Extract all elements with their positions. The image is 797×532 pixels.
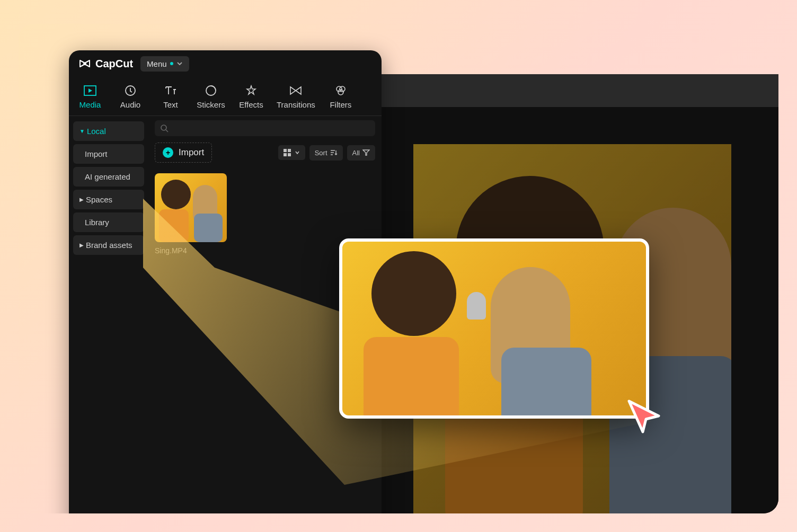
tab-audio[interactable]: Audio (116, 84, 145, 109)
capcut-logo-icon (78, 57, 91, 70)
media-item[interactable]: Sing.MP4 (155, 173, 227, 255)
tab-stickers[interactable]: Stickers (196, 84, 226, 109)
main-area: ▼ Local Import AI generated ▶ Spaces Lib… (69, 116, 382, 513)
import-button[interactable]: + Import (155, 143, 212, 163)
audio-icon (123, 84, 137, 97)
svg-rect-9 (284, 153, 287, 156)
sidebar-item-label: Spaces (86, 195, 112, 204)
expand-arrow-icon: ▶ (79, 197, 84, 202)
tab-filters[interactable]: Filters (326, 84, 356, 109)
tab-label: Effects (239, 100, 263, 109)
media-filename: Sing.MP4 (155, 246, 227, 255)
sidebar-item-label: Import (85, 149, 108, 158)
sort-label: Sort (315, 149, 327, 157)
sidebar-item-label: Brand assets (86, 241, 132, 250)
player-header: Player (334, 74, 778, 107)
thumb-figure (159, 209, 189, 242)
tab-effects[interactable]: Effects (236, 84, 266, 109)
menu-label: Menu (147, 59, 167, 68)
import-label: Import (179, 147, 204, 158)
filter-all-button[interactable]: All (347, 145, 375, 161)
tab-label: Stickers (197, 100, 225, 109)
tab-label: Text (163, 100, 178, 109)
search-icon (160, 124, 169, 132)
tab-label: Transitions (277, 100, 315, 109)
sort-button[interactable]: Sort (309, 145, 343, 161)
title-bar: CapCut Menu (69, 50, 382, 77)
svg-point-5 (338, 90, 343, 95)
filter-icon (362, 149, 370, 156)
dragged-media-preview[interactable] (339, 238, 649, 419)
expand-arrow-icon: ▶ (79, 242, 84, 248)
app-name: CapCut (95, 58, 133, 70)
preview-figure (501, 348, 591, 419)
tab-transitions[interactable]: Transitions (277, 84, 315, 109)
sidebar-item-ai-generated[interactable]: AI generated (73, 167, 144, 187)
expand-arrow-icon: ▼ (79, 128, 85, 134)
stickers-icon (204, 84, 218, 97)
microphone-icon (467, 292, 486, 320)
preview-figure (371, 251, 456, 336)
tab-label: Filters (330, 100, 351, 109)
media-thumbnail[interactable] (155, 173, 227, 242)
sidebar: ▼ Local Import AI generated ▶ Spaces Lib… (69, 116, 148, 513)
sidebar-item-label: AI generated (85, 172, 130, 181)
sidebar-item-import[interactable]: Import (73, 144, 144, 164)
effects-icon (244, 84, 258, 97)
transitions-icon (289, 84, 303, 97)
svg-point-6 (161, 125, 166, 130)
media-toolbar: + Import Sort All (155, 143, 375, 163)
text-icon (164, 84, 178, 97)
sidebar-item-label: Local (87, 127, 106, 136)
all-label: All (352, 149, 360, 157)
app-logo[interactable]: CapCut (78, 57, 133, 70)
chevron-down-icon (295, 150, 300, 155)
menu-indicator-dot (170, 62, 173, 65)
tab-bar: Media Audio Text Stickers (69, 77, 382, 116)
sidebar-item-spaces[interactable]: ▶ Spaces (73, 190, 144, 209)
tab-text[interactable]: Text (156, 84, 185, 109)
chevron-down-icon (176, 60, 183, 67)
search-bar[interactable] (155, 120, 375, 136)
sort-icon (330, 149, 338, 156)
thumb-figure (161, 180, 191, 209)
svg-rect-7 (284, 149, 287, 152)
svg-rect-10 (288, 153, 291, 156)
menu-button[interactable]: Menu (140, 56, 189, 72)
svg-point-4 (340, 86, 345, 92)
thumb-figure (194, 214, 223, 242)
editor-window: CapCut Menu Media Audio (69, 50, 382, 513)
sidebar-item-local[interactable]: ▼ Local (73, 121, 144, 141)
filters-icon (334, 84, 348, 97)
svg-rect-8 (288, 149, 291, 152)
app-canvas: Player CapCut Menu (19, 24, 778, 513)
sidebar-item-label: Library (85, 218, 109, 227)
sidebar-item-library[interactable]: Library (73, 212, 144, 232)
tab-label: Audio (120, 100, 140, 109)
grid-icon (284, 149, 292, 156)
preview-figure (364, 337, 459, 419)
sidebar-item-brand-assets[interactable]: ▶ Brand assets (73, 235, 144, 255)
tab-label: Media (79, 100, 101, 109)
tab-media[interactable]: Media (75, 84, 105, 109)
cursor-pointer-icon (623, 395, 665, 437)
plus-icon: + (163, 147, 173, 158)
media-icon (83, 84, 97, 97)
view-mode-button[interactable] (278, 145, 305, 160)
